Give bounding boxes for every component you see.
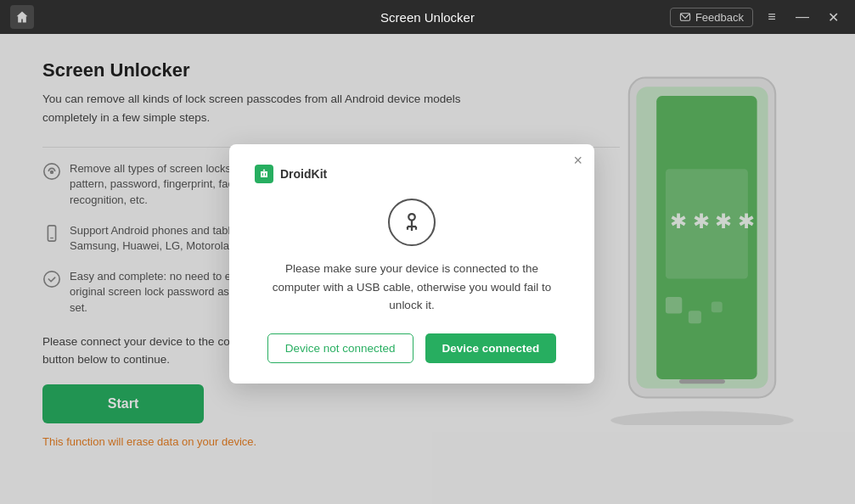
dialog-header: DroidKit [255,165,569,183]
feedback-label: Feedback [695,11,744,24]
usb-icon [388,199,436,246]
dialog-actions: Device not connected Device connected [255,333,569,363]
main-content: ✱ ✱ ✱ ✱ Screen Unlocker You can remove a… [0,34,855,504]
dialog: × DroidKit Please mak [229,144,594,384]
feedback-button[interactable]: Feedback [670,8,753,27]
device-not-connected-button[interactable]: Device not connected [267,333,413,363]
home-button[interactable] [10,5,34,29]
app-title: Screen Unlocker [380,10,475,25]
close-button[interactable]: ✕ [821,5,845,29]
dialog-overlay: × DroidKit Please mak [0,34,855,504]
minimize-button[interactable]: — [790,5,814,29]
dialog-close-button[interactable]: × [573,153,582,168]
menu-button[interactable]: ≡ [760,5,784,29]
titlebar: Screen Unlocker Feedback ≡ — ✕ [0,0,855,34]
usb-icon-container [255,199,569,246]
dialog-brand: DroidKit [280,167,327,181]
dialog-message: Please make sure your device is connecte… [255,260,569,315]
svg-point-16 [408,214,415,221]
device-connected-button[interactable]: Device connected [425,333,557,363]
droidkit-logo [255,165,273,183]
